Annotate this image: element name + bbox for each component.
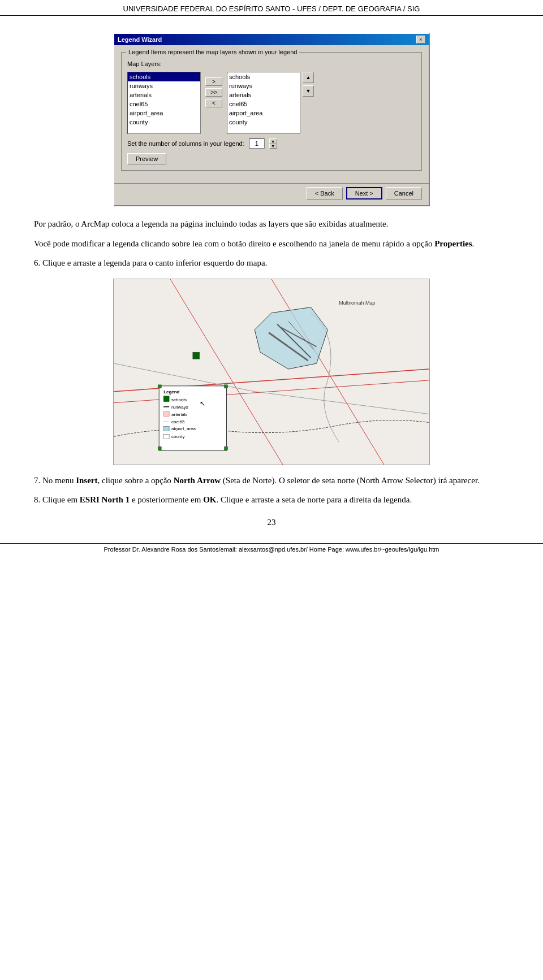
move-down-button[interactable]: ▼	[303, 85, 314, 97]
svg-text:Legend: Legend	[163, 389, 179, 394]
reorder-buttons: ▲ ▼	[303, 72, 314, 134]
step7-suffix: (Seta de Norte). O seletor de seta norte…	[221, 476, 480, 485]
para2-bold: Properties	[434, 239, 472, 248]
list-item[interactable]: airport_area	[128, 109, 200, 118]
list-item[interactable]: runways	[128, 81, 200, 90]
step8-bold2: OK	[203, 495, 216, 504]
map-svg: Multnomah Map Legend schools runways	[114, 279, 429, 465]
right-listbox-container: schools runways arterials cnel65 airport…	[227, 72, 314, 134]
columns-row: Set the number of columns in your legend…	[127, 138, 416, 149]
left-listbox-container: schools runways arterials cnel65 airport…	[127, 72, 201, 134]
para2: Você pode modificar a legenda clicando s…	[34, 237, 509, 250]
step7-bold2: North Arrow	[174, 476, 221, 485]
svg-rect-22	[163, 426, 169, 431]
svg-text:Multnomah Map: Multnomah Map	[339, 300, 375, 305]
svg-text:county: county	[171, 434, 184, 439]
preview-button[interactable]: Preview	[127, 153, 166, 164]
map-container: Multnomah Map Legend schools runways	[34, 279, 509, 465]
list-item[interactable]: runways	[227, 81, 300, 90]
list-item[interactable]: airport_area	[227, 109, 300, 118]
left-listbox[interactable]: schools runways arterials cnel65 airport…	[127, 72, 201, 134]
para1: Por padrão, o ArcMap coloca a legenda na…	[34, 218, 509, 231]
transfer-buttons: > >> <	[205, 72, 222, 107]
svg-text:↖: ↖	[200, 399, 205, 407]
svg-text:airport_area: airport_area	[171, 426, 196, 431]
close-button[interactable]: ×	[416, 36, 425, 44]
step7-prefix: 7. No menu	[34, 476, 76, 485]
header-text: UNIVERSIDADE FEDERAL DO ESPÍRITO SANTO -…	[123, 5, 420, 13]
svg-rect-18	[163, 411, 169, 416]
page-header: UNIVERSIDADE FEDERAL DO ESPÍRITO SANTO -…	[0, 0, 543, 16]
footer-text: Professor Dr. Alexandre Rosa dos Santos/…	[104, 546, 439, 553]
dialog-container: Legend Wizard × Legend Items represent t…	[34, 33, 509, 206]
step7-bold1: Insert	[76, 476, 97, 485]
list-item[interactable]: cnel65	[128, 99, 200, 109]
page-number: 23	[34, 518, 509, 527]
list-item[interactable]: cnel65	[227, 99, 300, 109]
move-up-button[interactable]: ▲	[303, 72, 314, 83]
titlebar-buttons: ×	[416, 36, 425, 44]
svg-rect-30	[225, 446, 228, 450]
para2-suffix: .	[472, 239, 475, 248]
svg-rect-24	[163, 434, 169, 439]
map-layers-section: schools runways arterials cnel65 airport…	[127, 72, 416, 134]
columns-label: Set the number of columns in your legend…	[127, 140, 244, 147]
step8-bold1: ESRI North 1	[80, 495, 130, 504]
cancel-button[interactable]: Cancel	[386, 187, 422, 200]
svg-rect-29	[158, 446, 161, 450]
next-button[interactable]: Next >	[346, 187, 382, 200]
remove-single-button[interactable]: <	[205, 99, 222, 107]
list-item[interactable]: arterials	[128, 90, 200, 99]
step8-suffix: . Clique e arraste a seta de norte para …	[217, 495, 412, 504]
step8-mid: e posteriormente em	[130, 495, 203, 504]
step6: 6. Clique e arraste a legenda para o can…	[34, 257, 509, 270]
svg-rect-14	[163, 396, 169, 401]
svg-text:cnel65: cnel65	[171, 419, 185, 424]
svg-text:arterials: arterials	[171, 411, 187, 417]
spin-down-button[interactable]: ▼	[269, 144, 277, 149]
step8: 8. Clique em ESRI North 1 e posteriormen…	[34, 493, 509, 506]
svg-rect-27	[158, 384, 161, 388]
map-canvas: Multnomah Map Legend schools runways	[113, 279, 430, 465]
spin-buttons: ▲ ▼	[269, 138, 277, 149]
svg-text:runways: runways	[171, 404, 188, 409]
add-all-button[interactable]: >>	[205, 88, 222, 97]
svg-rect-28	[225, 384, 228, 388]
spin-up-button[interactable]: ▲	[269, 138, 277, 144]
group-box-title: Legend Items represent the map layers sh…	[126, 49, 299, 55]
page-footer: Professor Dr. Alexandre Rosa dos Santos/…	[0, 543, 543, 555]
legend-items-group: Legend Items represent the map layers sh…	[121, 52, 422, 171]
step7-mid: , clique sobre a opção	[98, 476, 174, 485]
columns-input[interactable]	[249, 138, 265, 149]
back-button[interactable]: < Back	[307, 187, 343, 200]
right-listbox[interactable]: schools runways arterials cnel65 airport…	[227, 72, 300, 134]
list-item[interactable]: schools	[128, 72, 200, 81]
list-item[interactable]: county	[227, 118, 300, 127]
svg-rect-10	[193, 352, 200, 359]
para2-prefix: Você pode modificar a legenda clicando s…	[34, 239, 434, 248]
dialog-footer: < Back Next > Cancel	[114, 183, 429, 205]
step7: 7. No menu Insert, clique sobre a opção …	[34, 474, 509, 487]
step8-prefix: 8. Clique em	[34, 495, 80, 504]
dialog-titlebar: Legend Wizard ×	[114, 34, 429, 45]
add-single-button[interactable]: >	[205, 77, 222, 86]
list-item[interactable]: schools	[227, 72, 300, 81]
svg-text:schools: schools	[171, 397, 187, 402]
dialog-body: Legend Items represent the map layers sh…	[114, 45, 429, 183]
list-item[interactable]: county	[128, 118, 200, 127]
dialog-title: Legend Wizard	[118, 36, 162, 43]
list-item[interactable]: arterials	[227, 90, 300, 99]
svg-rect-12	[159, 385, 226, 450]
map-layers-label: Map Layers:	[127, 60, 416, 67]
legend-wizard-dialog: Legend Wizard × Legend Items represent t…	[113, 33, 430, 206]
